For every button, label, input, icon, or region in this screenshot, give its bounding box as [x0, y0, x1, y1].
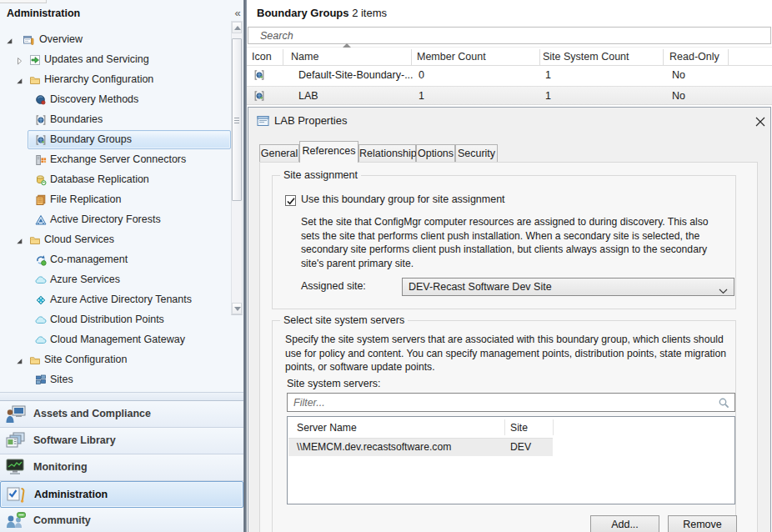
server-column-site[interactable]: Site	[510, 418, 528, 438]
tree-item-hierarchy-configuration[interactable]: Hierarchy Configuration	[0, 70, 243, 90]
expander-closed-icon[interactable]	[15, 56, 23, 64]
sort-ascending-icon	[343, 43, 351, 48]
tree-item-label: Co-management	[50, 250, 128, 269]
tree-scrollbar[interactable]	[231, 21, 243, 315]
sidebar-header: Administration «	[0, 3, 243, 25]
tree-item-label: Cloud Management Gateway	[50, 330, 185, 349]
server-column-server-name[interactable]: Server Name	[297, 418, 357, 438]
folder-icon	[29, 234, 41, 246]
tree-item-file-replication[interactable]: File Replication	[0, 190, 243, 210]
tab-options[interactable]: Options	[416, 144, 455, 162]
expander-open-icon[interactable]	[5, 36, 13, 44]
tree-item-cloud-management-gateway[interactable]: Cloud Management Gateway	[0, 330, 243, 350]
tree-item-discovery-methods[interactable]: Discovery Methods	[0, 90, 243, 110]
expander-open-icon[interactable]	[15, 236, 23, 244]
workspace-splitter[interactable]	[0, 392, 243, 401]
tab-references[interactable]: References	[299, 141, 358, 163]
tree-item-azure-active-directory-tenants[interactable]: Azure Active Directory Tenants	[0, 290, 243, 310]
tree-item-site-configuration[interactable]: Site Configuration	[0, 350, 243, 370]
cell-site-system-count: 1	[545, 66, 551, 84]
list-titlebar: Boundary Groups 2 items	[247, 0, 772, 25]
chevron-collapse-icon[interactable]: «	[233, 5, 243, 22]
site-system-servers-legend: Select site system servers	[280, 314, 408, 326]
server-column-separator	[553, 419, 554, 435]
column-separator	[728, 49, 729, 65]
column-separator	[663, 49, 664, 65]
workspace-button-community[interactable]: Community	[0, 508, 243, 532]
software-library-icon	[5, 431, 27, 451]
tree-item-database-replication[interactable]: Database Replication	[0, 170, 243, 190]
server-name-cell: \\MEMCM.dev.recastsoftware.com	[297, 439, 451, 456]
site-assignment-checkbox[interactable]	[285, 195, 296, 206]
expander-open-icon[interactable]	[15, 76, 23, 84]
server-site-cell: DEV	[510, 439, 531, 456]
community-icon	[5, 511, 27, 531]
remove-button[interactable]: Remove	[668, 515, 737, 532]
workspace-button-software-library[interactable]: Software Library	[0, 428, 243, 454]
scroll-down-button[interactable]	[232, 303, 242, 314]
assigned-site-value: DEV-Recast Software Dev Site	[409, 279, 552, 296]
main-panel: Boundary Groups 2 items IconNameMember C…	[247, 0, 772, 532]
tree-item-label: Exchange Server Connectors	[50, 150, 186, 169]
cell-member-count: 1	[419, 87, 424, 105]
column-header-read-only[interactable]: Read-Only	[669, 48, 719, 66]
column-header-icon[interactable]: Icon	[252, 48, 272, 66]
filter-input[interactable]	[288, 394, 734, 411]
site-assignment-group: Site assignment Use this boundary group …	[272, 175, 736, 309]
tree-item-overview[interactable]: Overview	[0, 30, 243, 50]
workspace-button-label: Community	[33, 508, 91, 532]
tree-item-label: Active Directory Forests	[50, 210, 161, 229]
tree-item-exchange-server-connectors[interactable]: Exchange Server Connectors	[0, 150, 243, 170]
workspace-button-monitoring[interactable]: Monitoring	[0, 454, 243, 481]
workspace-button-label: Software Library	[33, 428, 116, 454]
dialog-title: LAB Properties	[274, 114, 347, 127]
scroll-up-button[interactable]	[232, 22, 242, 33]
tree-item-azure-services[interactable]: Azure Services	[0, 270, 243, 290]
expander-open-icon[interactable]	[15, 356, 23, 364]
tree-item-label: Discovery Methods	[50, 90, 138, 109]
list-row-default-site-boundary[interactable]: Default-Site-Boundary-...01No	[247, 66, 772, 85]
tree-item-active-directory-forests[interactable]: Active Directory Forests	[0, 210, 243, 230]
comanagement-icon	[35, 254, 47, 266]
add-button[interactable]: Add...	[590, 515, 659, 532]
tree-item-updates-and-servicing[interactable]: Updates and Servicing	[0, 50, 243, 70]
tree-item-label: Sites	[50, 370, 73, 389]
tree-item-co-management[interactable]: Co-management	[0, 250, 243, 270]
tab-security[interactable]: Security	[455, 144, 498, 162]
properties-icon	[257, 115, 269, 127]
tree-item-sites[interactable]: Sites	[0, 370, 243, 390]
close-icon[interactable]	[752, 113, 769, 130]
workspace-button-assets-and-compliance[interactable]: Assets and Compliance	[0, 401, 243, 428]
column-header-name[interactable]: Name	[291, 48, 318, 66]
tree-item-boundary-groups[interactable]: Boundary Groups	[0, 130, 243, 150]
tree-item-cloud-services[interactable]: Cloud Services	[0, 230, 243, 250]
filter-box	[287, 393, 735, 412]
site-assignment-checkbox-label: Use this boundary group for site assignm…	[301, 193, 505, 205]
tree-item-boundaries[interactable]: Boundaries	[0, 110, 243, 130]
assigned-site-dropdown[interactable]: DEV-Recast Software Dev Site	[402, 278, 734, 296]
column-header-site-system-count[interactable]: Site System Count	[543, 48, 629, 66]
cloud-icon	[35, 334, 47, 346]
list-title: Boundary Groups 2 items	[257, 7, 387, 19]
list-column-header: IconNameMember CountSite System CountRea…	[247, 47, 772, 66]
overview-icon	[23, 34, 34, 46]
workspace-button-label: Assets and Compliance	[33, 401, 151, 427]
boundaries-icon	[35, 114, 47, 126]
site-system-servers-label: Site system servers:	[287, 378, 381, 389]
tab-relationships[interactable]: Relationships	[358, 144, 416, 162]
folder-icon	[29, 354, 41, 366]
scrollbar-thumb[interactable]	[232, 38, 242, 201]
column-header-member-count[interactable]: Member Count	[417, 48, 486, 66]
server-table: Server NameSite\\MEMCM.dev.recastsoftwar…	[287, 416, 735, 504]
cell-member-count: 0	[419, 66, 424, 84]
cell-site-system-count: 1	[545, 87, 551, 105]
tab-general[interactable]: General	[259, 144, 299, 162]
column-separator	[411, 49, 412, 65]
sites-icon	[35, 374, 47, 386]
tree-item-cloud-distribution-points[interactable]: Cloud Distribution Points	[0, 310, 243, 330]
chevron-down-icon	[719, 285, 728, 297]
server-row[interactable]: \\MEMCM.dev.recastsoftware.comDEV	[288, 439, 553, 456]
list-row-lab[interactable]: LAB11No	[247, 86, 772, 105]
search-input[interactable]	[248, 28, 770, 43]
workspace-button-administration[interactable]: Administration	[0, 481, 243, 508]
